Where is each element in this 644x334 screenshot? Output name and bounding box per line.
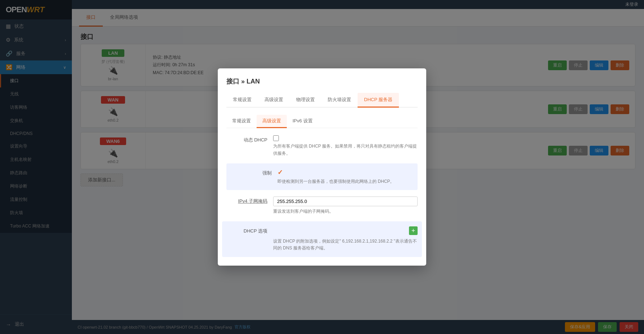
modal-dialog: 接口 » LAN 常规设置 高级设置 物理设置 防火墙设置 DHCP 服务器 常… [218,68,426,265]
force-hint: 即使检测到另一台服务器，也要强制使用此网络上的 DHCP。 [277,178,413,185]
modal-subtab-general[interactable]: 常规设置 [226,115,257,128]
modal-title: 接口 » LAN [226,77,418,86]
ipv4-mask-hint: 重设发送到客户端的子网掩码。 [273,208,418,215]
dynamic-dhcp-control: 为所有客户端提供 DHCP 服务。如果禁用，将只对具有静态租约的客户端提供服务。 [273,135,418,157]
modal-tabs: 常规设置 高级设置 物理设置 防火墙设置 DHCP 服务器 [226,93,418,108]
modal-tab-general[interactable]: 常规设置 [226,93,258,108]
check-icon: ✓ [277,168,283,176]
dynamic-dhcp-checkbox-wrap [273,135,418,141]
force-control: ✓ 即使检测到另一台服务器，也要强制使用此网络上的 DHCP。 [277,168,413,185]
modal-tab-advanced[interactable]: 高级设置 [258,93,290,108]
modal-tab-firewall[interactable]: 防火墙设置 [321,93,358,108]
form-row-force: 强制 ✓ 即使检测到另一台服务器，也要强制使用此网络上的 DHCP。 [226,163,418,190]
form-row-ipv4-mask: IPv4 子网掩码 重设发送到客户端的子网掩码。 [226,197,418,215]
form-row-dynamic-dhcp: 动态 DHCP 为所有客户端提供 DHCP 服务。如果禁用，将只对具有静态租约的… [226,135,418,157]
dynamic-dhcp-hint: 为所有客户端提供 DHCP 服务。如果禁用，将只对具有静态租约的客户端提供服务。 [273,143,418,157]
dynamic-dhcp-label: 动态 DHCP [226,135,273,143]
force-checkbox-wrap: ✓ [277,168,413,176]
dhcp-options-section: DHCP 选项 + 设置 DHCP 的附加选项，例如设定" 6,192.168.… [222,221,422,257]
dhcp-options-hint: 设置 DHCP 的附加选项，例如设定" 6,192.168.2.1,192.16… [226,238,418,252]
modal-subtab-advanced[interactable]: 高级设置 [257,115,287,128]
modal-tab-dhcp[interactable]: DHCP 服务器 [358,93,399,108]
dynamic-dhcp-checkbox[interactable] [273,135,279,141]
force-label: 强制 [231,168,277,176]
modal-tab-physical[interactable]: 物理设置 [290,93,321,108]
modal-overlay[interactable]: 接口 » LAN 常规设置 高级设置 物理设置 防火墙设置 DHCP 服务器 常… [0,0,644,334]
ipv4-mask-control: 重设发送到客户端的子网掩码。 [273,197,418,215]
form-row-dhcp-options: DHCP 选项 + [226,226,418,235]
ipv4-mask-label: IPv4 子网掩码 [226,197,273,204]
dhcp-options-label: DHCP 选项 [226,226,273,234]
modal-subtabs: 常规设置 高级设置 IPv6 设置 [226,115,418,128]
modal-subtab-ipv6[interactable]: IPv6 设置 [287,115,318,128]
dhcp-options-control: + [273,226,418,235]
dhcp-options-add-button[interactable]: + [409,226,418,235]
ipv4-mask-input[interactable] [273,197,418,206]
